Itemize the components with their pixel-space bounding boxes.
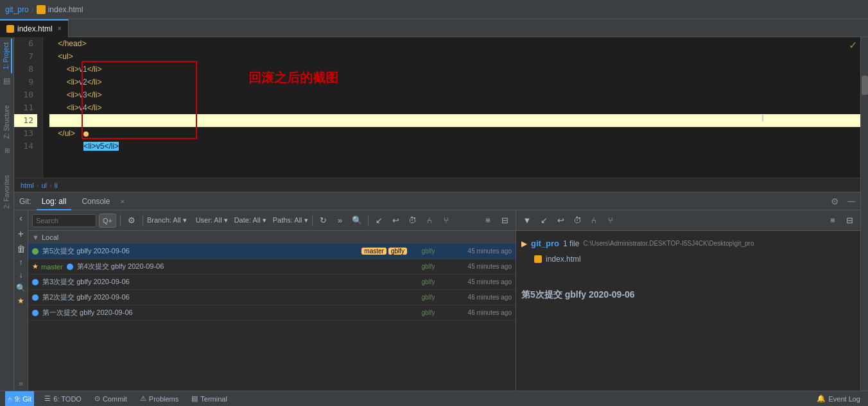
git-branch-icon[interactable]: ⑃ (422, 214, 437, 228)
git-right-clock-icon[interactable]: ⏱ (570, 214, 584, 228)
paths-filter-label[interactable]: Paths: All ▾ (273, 216, 308, 224)
code-line-11: <li>v4</li> (49, 101, 860, 114)
git-right-branch-icon[interactable]: ⑃ (587, 214, 601, 228)
status-problems-button[interactable]: ⚠ Problems (137, 391, 181, 407)
git-file-count: 1 file (563, 239, 579, 248)
commit-msg-3: 第2次提交 gblfy 2020-09-06 (42, 292, 409, 302)
code-line-14 (49, 140, 860, 153)
settings-icon[interactable]: ⚙ (831, 196, 839, 207)
commit-dot-2 (32, 279, 39, 285)
tab-file-icon (6, 25, 14, 33)
git-repo-header: ▶ git_pro 1 file C:\Users\Administrator.… (521, 236, 855, 253)
terminal-label: Terminal (200, 395, 227, 403)
toolbar-separator-4 (368, 215, 369, 226)
status-commit-button[interactable]: ⊙ Commit (92, 391, 130, 407)
tab-console-close[interactable]: × (120, 198, 124, 205)
git-refresh-icon[interactable]: ↻ (317, 214, 331, 228)
commit-tag-gblfy: gblfy (388, 248, 407, 255)
git-merge-icon[interactable]: ⑂ (439, 214, 453, 228)
commit-user-3: gblfy (409, 294, 447, 301)
git-local-section[interactable]: ▼ Local (28, 231, 516, 244)
commit-time-4: 46 minutes ago (447, 309, 512, 316)
git-search-advanced-btn[interactable]: Q+ (99, 214, 116, 228)
bottom-panel: Git: Log: all Console × ⚙ ─ (14, 192, 860, 391)
git-more-filters-icon[interactable]: » (333, 214, 347, 228)
git-right-filter-icon[interactable]: ⊟ (842, 214, 856, 228)
git-file-name: index.html (546, 255, 581, 264)
sidebar-tab-structure[interactable]: Z: Structure (2, 101, 12, 142)
status-todo-button[interactable]: ☰ 6: TODO (42, 391, 84, 407)
git-search-icon[interactable]: 🔍 (16, 283, 26, 292)
code-line-8: <li>v1</li> (49, 63, 860, 76)
git-search-input[interactable] (32, 214, 96, 227)
commit-dot-1 (67, 264, 73, 270)
code-line-13: </ul> (49, 127, 860, 140)
tab-log-all[interactable]: Log: all (37, 192, 72, 210)
breadcrumb-ul: ul (41, 182, 47, 189)
code-line-12: <li>v5</li> (49, 114, 860, 127)
sidebar-icon-files[interactable]: ▤ (2, 76, 12, 86)
commit-time-3: 46 minutes ago (447, 294, 512, 301)
git-right-tree-icon[interactable]: ▼ (520, 214, 534, 228)
commit-label: Commit (103, 395, 127, 403)
git-settings-icon[interactable]: ⚙ (125, 214, 139, 228)
status-event-log-button[interactable]: 🔔 Event Log (814, 391, 863, 407)
editor-tab-bar: index.html × (0, 19, 868, 37)
tab-close-button[interactable]: × (58, 25, 62, 32)
git-up-icon[interactable]: ↑ (19, 258, 23, 267)
git-action-1-icon[interactable]: ↙ (372, 214, 386, 228)
toolbar-separator-1 (120, 215, 121, 226)
date-filter-label[interactable]: Date: All ▾ (234, 216, 266, 224)
git-undo-icon[interactable]: ↩ (389, 214, 403, 228)
git-nav-back[interactable]: ‹ (19, 213, 22, 223)
git-right-undo-icon[interactable]: ↩ (553, 214, 568, 228)
git-file-icon (534, 255, 542, 263)
status-bar: ⑃ 9: Git ☰ 6: TODO ⊙ Commit ⚠ Problems ▤… (0, 391, 868, 406)
commit-msg-0: 第5次提交 gblfy 2020-09-06 (42, 246, 361, 256)
status-git-button[interactable]: ⑃ 9: Git (5, 391, 34, 407)
git-text-search-icon[interactable]: 🔍 (350, 214, 364, 228)
git-more-icon[interactable]: » (19, 379, 23, 388)
branch-filter-label[interactable]: Branch: All ▾ (147, 216, 187, 224)
commit-user-2: gblfy (409, 278, 447, 285)
sidebar-tab-favorites[interactable]: 2: Favorites (2, 171, 12, 212)
git-commit-row-3[interactable]: 第2次提交 gblfy 2020-09-06 gblfy 46 minutes … (28, 290, 516, 305)
sidebar-icon-structure[interactable]: ⊞ (2, 146, 12, 156)
git-delete-icon[interactable]: 🗑 (17, 244, 26, 254)
scrollbar-thumb[interactable] (862, 76, 868, 95)
git-clock-icon[interactable]: ⏱ (406, 214, 420, 228)
git-right-merge-icon[interactable]: ⑂ (603, 214, 618, 228)
user-filter-label[interactable]: User: All ▾ (196, 216, 228, 224)
git-list-view-icon[interactable]: ≡ (481, 214, 495, 228)
code-editor[interactable]: </head> <ul> <li>v1</li> <li>v2</li> <li… (43, 37, 860, 153)
top-breadcrumb-bar: git_pro › index.html (0, 0, 868, 19)
git-down-icon[interactable]: ↓ (19, 271, 23, 280)
sidebar-tab-project[interactable]: 1: Project (1, 38, 12, 73)
commit-msg-2: 第3次提交 gblfy 2020-09-06 (42, 277, 409, 287)
git-star-icon[interactable]: ★ (17, 296, 24, 305)
status-terminal-button[interactable]: ▤ Terminal (189, 391, 230, 407)
minimize-icon[interactable]: ─ (848, 196, 855, 207)
commit-tag-master: master (361, 248, 386, 255)
breadcrumb-project[interactable]: git_pro (5, 5, 29, 14)
file-icon (37, 5, 46, 14)
git-right-action1-icon[interactable]: ↙ (537, 214, 551, 228)
git-panel: ‹ + 🗑 ↑ ↓ 🔍 ★ » Q+ (14, 210, 860, 391)
git-commit-row-1[interactable]: ★ master 第4次提交 gblfy 2020-09-06 gblfy 45… (28, 259, 516, 275)
todo-icon: ☰ (44, 394, 51, 403)
tab-console[interactable]: Console (76, 192, 115, 210)
git-add-icon[interactable]: + (18, 228, 24, 240)
git-commit-row-0[interactable]: 第5次提交 gblfy 2020-09-06 master gblfy gblf… (28, 244, 516, 259)
git-right-list-icon[interactable]: ≡ (826, 214, 840, 228)
event-log-icon: 🔔 (817, 394, 826, 403)
commit-user-4: gblfy (409, 309, 447, 316)
git-commit-row-4[interactable]: 第一次提交 gblfy 2020-09-06 gblfy 46 minutes … (28, 305, 516, 321)
tab-index-html[interactable]: index.html × (0, 19, 69, 37)
master-star-icon: ★ (32, 262, 39, 271)
breadcrumb-file[interactable]: index.html (48, 5, 83, 14)
git-commit-row-2[interactable]: 第3次提交 gblfy 2020-09-06 gblfy 45 minutes … (28, 275, 516, 290)
git-file-item[interactable]: index.html (521, 253, 855, 265)
git-toolbar: Q+ ⚙ Branch: All ▾ User: All ▾ Date: All… (28, 210, 516, 231)
commit-dot-3 (32, 294, 39, 301)
git-filter-view-icon[interactable]: ⊟ (498, 214, 512, 228)
